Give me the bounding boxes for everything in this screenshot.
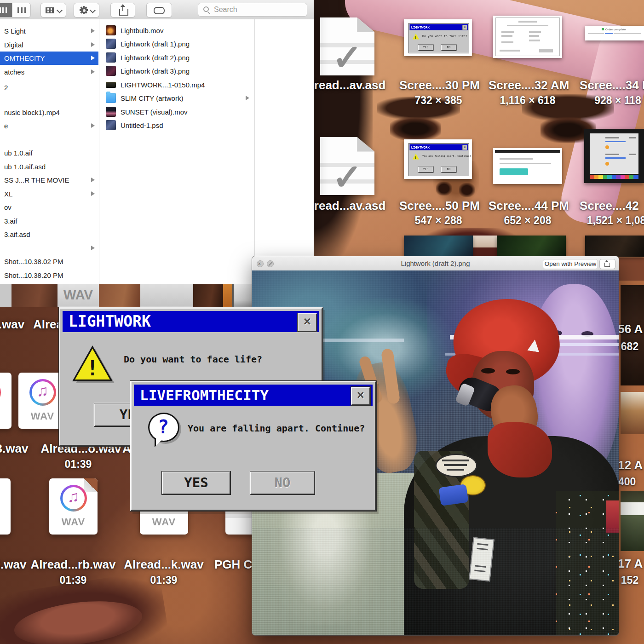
finder-item[interactable]: Untitled-1.psd xyxy=(99,119,254,132)
finder-item[interactable]: ov xyxy=(0,201,98,214)
finder-item[interactable]: Lightwork (draft 2).png xyxy=(99,51,254,64)
finder-item[interactable]: Lightwork (draft 3).png xyxy=(99,64,254,78)
screenshot-thumb-shop[interactable] xyxy=(493,148,562,184)
file-label[interactable]: Scree....32 AM xyxy=(489,78,567,92)
dialog-titlebar[interactable]: LIGHTWORK xyxy=(63,311,319,332)
finder-item[interactable]: Lightwork (draft 1).png xyxy=(99,37,254,51)
item-label: SLIM CITY (artwork) xyxy=(121,92,183,105)
movie-thumb-icon xyxy=(106,107,116,117)
file-duration: 01:39 xyxy=(136,574,191,586)
finder-toolbar xyxy=(0,0,314,20)
column-view-button[interactable] xyxy=(0,3,12,17)
dialog-livefromthecity: LIVEFROMTHECITY × ? You are falling apar… xyxy=(130,381,376,511)
file-label[interactable]: lread...av.asd xyxy=(309,199,387,213)
finder-item[interactable] xyxy=(0,242,98,255)
tags-button[interactable] xyxy=(146,3,172,17)
finder-item[interactable]: ub 1.0.aif xyxy=(0,146,98,160)
wav-file-icon[interactable]: ♫ WAV xyxy=(49,478,98,535)
arrange-button[interactable] xyxy=(40,3,66,17)
finder-item[interactable]: 2 xyxy=(0,81,98,94)
finder-item[interactable]: LIGHTWORK...1-0150.mp4 xyxy=(99,78,254,92)
disclosure-icon xyxy=(91,178,95,182)
file-icon-asd-2[interactable]: ✓ xyxy=(320,137,374,195)
wav-file-icon[interactable]: ♫ WAV xyxy=(0,373,12,429)
item-label: ub 1.0.aif.asd xyxy=(4,163,46,171)
dialog-close-button[interactable]: × xyxy=(351,387,370,405)
open-with-preview-button[interactable]: Open with Preview xyxy=(543,259,598,269)
file-label[interactable]: Alread...rb.wav xyxy=(29,558,117,572)
finder-item[interactable]: S Light xyxy=(0,24,98,38)
finder-item[interactable]: SUNSET (visual).mov xyxy=(99,105,254,119)
finder-item[interactable]: 3.aif xyxy=(0,214,98,228)
file-label[interactable]: Scree....34 P xyxy=(579,78,644,92)
orange-dot xyxy=(605,162,609,166)
man-eye xyxy=(481,368,495,374)
item-label: Lightwork (draft 2).png xyxy=(121,51,190,64)
screenshot-thumb-partial[interactable] xyxy=(585,236,644,257)
file-label-partial[interactable]: .12 A xyxy=(615,458,644,472)
file-label-partial[interactable]: 0.wav xyxy=(0,558,29,572)
screenshot-thumb-dialog-1[interactable]: LIGHTWORK × ! Do you want to face life? … xyxy=(404,19,472,56)
file-label[interactable]: Alread...k.wav xyxy=(122,558,205,572)
finder-item[interactable]: XL xyxy=(0,187,98,201)
coverflow-view-button[interactable] xyxy=(12,3,30,17)
file-label[interactable]: Scree....30 PM xyxy=(399,78,477,92)
share-button[interactable] xyxy=(599,259,615,269)
dialog-close-button[interactable]: × xyxy=(298,313,317,332)
file-label-partial[interactable]: .wav xyxy=(0,317,29,332)
file-duration: 01:39 xyxy=(51,458,106,471)
finder-item[interactable]: Shot...10.38.02 PM xyxy=(0,255,98,268)
screenshot-thumb-receipt[interactable] xyxy=(493,16,562,58)
column-divider xyxy=(254,19,255,286)
thumb-partial-right[interactable] xyxy=(621,392,644,434)
item-label: atches xyxy=(4,68,24,76)
screenshot-thumb-window[interactable] xyxy=(584,129,644,183)
file-label-partial[interactable]: 3.wav xyxy=(0,442,30,456)
file-label[interactable]: lread...av.asd xyxy=(309,78,387,92)
finder-item[interactable]: Digital xyxy=(0,38,98,52)
yes-button[interactable]: YES xyxy=(162,472,230,494)
finder-item[interactable]: Lightbulb.mov xyxy=(99,24,254,37)
icon-fragment xyxy=(0,284,12,307)
dialog-titlebar[interactable]: LIVEFROMTHECITY xyxy=(134,385,373,406)
no-button[interactable]: NO xyxy=(250,472,315,494)
finder-item[interactable]: SS J...R THE MOVIE xyxy=(0,173,98,187)
share-button[interactable] xyxy=(110,3,135,17)
finder-item[interactable]: 3.aif.asd xyxy=(0,228,98,241)
screenshot-thumb-order-banner[interactable]: Order complete xyxy=(585,26,644,40)
file-label[interactable]: Scree....50 PM xyxy=(399,199,477,213)
disclosure-icon xyxy=(91,69,95,74)
search-field[interactable] xyxy=(198,3,307,17)
thumb-partial-right[interactable] xyxy=(621,491,644,551)
item-label: 3.aif xyxy=(4,217,17,225)
file-label-partial[interactable]: .56 A xyxy=(615,322,644,336)
finder-item[interactable]: e xyxy=(0,119,98,132)
file-label[interactable]: Scree....44 PM xyxy=(489,199,567,213)
chevron-down-icon xyxy=(57,7,63,13)
finder-item[interactable]: atches xyxy=(0,65,98,79)
image-thumb-icon xyxy=(106,39,116,49)
finder-item[interactable]: nusic block1).mp4 xyxy=(0,106,98,119)
finder-item[interactable]: Shot...10.38.20 PM xyxy=(0,269,98,282)
disclosure-icon xyxy=(91,56,95,60)
quicklook-titlebar[interactable]: × Lightwork (draft 2).png Open with Prev… xyxy=(252,256,619,271)
icon-fragment xyxy=(232,284,252,307)
file-label[interactable]: Scree....42 xyxy=(579,199,644,213)
icon-fragment xyxy=(140,284,193,307)
screenshot-thumb-dialog-2[interactable]: LIGHTWORK × ! You are falling apart. Con… xyxy=(404,139,472,179)
item-label: nusic block1).mp4 xyxy=(4,109,60,116)
finder-item[interactable]: ub 1.0.aif.asd xyxy=(0,160,98,173)
icon-strip: WAV xyxy=(0,284,252,307)
search-input[interactable] xyxy=(213,4,302,15)
action-button[interactable] xyxy=(74,3,99,17)
screenshot-thumb-partial[interactable] xyxy=(497,236,566,257)
finder-item-selected[interactable]: OMTHECITY xyxy=(0,52,98,65)
item-label: 2 xyxy=(4,84,8,92)
file-icon-asd-1[interactable]: ✓ xyxy=(320,17,374,75)
wav-file-icon[interactable]: ♫ WAV xyxy=(0,478,11,535)
file-label-partial[interactable]: .17 A xyxy=(615,557,644,571)
wav-icon-fragment[interactable]: WAV xyxy=(58,284,99,307)
screenshot-thumb-partial[interactable] xyxy=(404,236,473,257)
view-switcher[interactable] xyxy=(0,3,31,17)
finder-item[interactable]: SLIM CITY (artwork) xyxy=(99,92,254,105)
